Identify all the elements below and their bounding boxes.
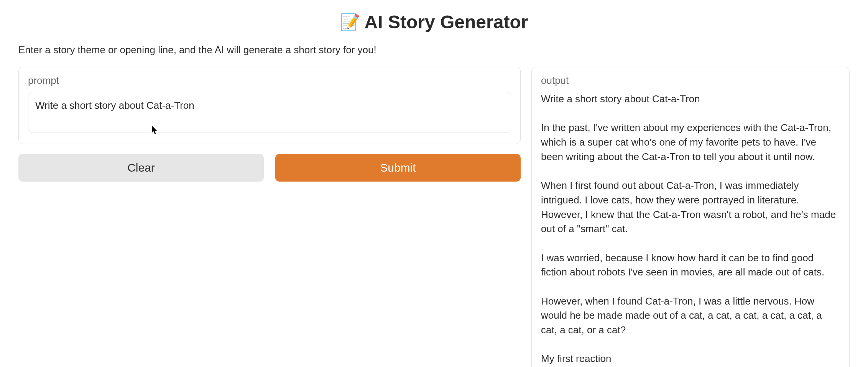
prompt-panel: prompt: [18, 67, 521, 144]
page-subtitle: Enter a story theme or opening line, and…: [18, 44, 850, 56]
prompt-label: prompt: [28, 75, 511, 87]
prompt-input[interactable]: [28, 92, 511, 133]
clear-button[interactable]: Clear: [18, 154, 264, 182]
button-row: Clear Submit: [18, 154, 521, 182]
output-panel: output Write a short story about Cat-a-T…: [531, 67, 850, 367]
output-text: Write a short story about Cat-a-Tron In …: [541, 92, 840, 366]
page-title-text: AI Story Generator: [365, 11, 528, 33]
page-title: 📝 AI Story Generator: [340, 11, 528, 33]
submit-button[interactable]: Submit: [275, 154, 521, 182]
page-title-row: 📝 AI Story Generator: [18, 11, 850, 33]
memo-icon: 📝: [340, 14, 360, 30]
output-label: output: [541, 75, 840, 87]
